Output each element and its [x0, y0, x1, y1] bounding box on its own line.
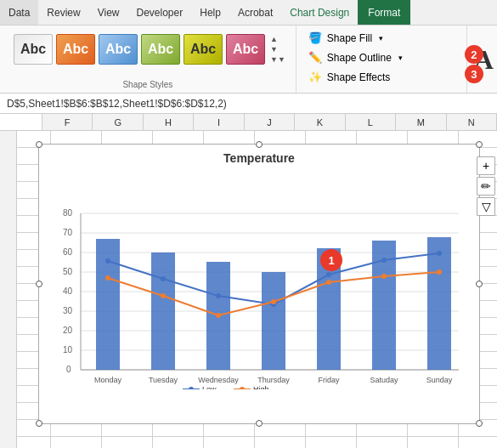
- svg-text:0: 0: [66, 365, 71, 374]
- ribbon-body: Abc Abc Abc Abc Abc Abc ▲ ▼ ▼▼ Shape Sty…: [0, 26, 497, 94]
- chart-title: Temperature: [46, 151, 472, 165]
- paint-bucket-icon: 🪣: [308, 31, 322, 44]
- svg-text:30: 30: [63, 306, 73, 315]
- chart-svg: 0 10 20 30 40 50 60 70 80: [46, 168, 472, 389]
- shape-styles-scroll[interactable]: ▲ ▼ ▼▼: [270, 34, 285, 65]
- chart-container[interactable]: Temperature 0 10 20 30 40 50 60 70 80: [38, 144, 480, 424]
- high-dot-5: [326, 280, 331, 285]
- low-dot-1: [105, 258, 110, 264]
- low-dot-7: [437, 251, 442, 256]
- svg-text:80: 80: [63, 208, 73, 218]
- formula-bar: D$5,Sheet1!$B$6:$B$12,Sheet1!$D$6:$D$12,…: [0, 94, 497, 114]
- shape-commands-section: 🪣 Shape Fill ▾ ✏️ Shape Outline ▾ 2 ✨ Sh…: [297, 26, 466, 93]
- svg-text:Monday: Monday: [94, 376, 122, 384]
- tab-help[interactable]: Help: [191, 0, 229, 25]
- effects-icon: ✨: [308, 71, 322, 83]
- low-dot-5: [326, 272, 331, 277]
- svg-text:High: High: [253, 385, 269, 389]
- resize-handle-tc[interactable]: [256, 141, 263, 148]
- low-dot-3: [216, 293, 221, 298]
- chart-styles-button[interactable]: ✏: [477, 177, 495, 196]
- svg-text:Thursday: Thursday: [257, 376, 290, 384]
- svg-text:Low: Low: [202, 385, 217, 389]
- shape-outline-button[interactable]: ✏️ Shape Outline ▾ 2: [303, 48, 460, 66]
- shape-effects-label: Shape Effects: [327, 71, 391, 83]
- resize-handle-ml[interactable]: [36, 281, 42, 287]
- shape-style-6[interactable]: Abc: [226, 34, 265, 65]
- shape-style-1[interactable]: Abc: [14, 34, 53, 65]
- col-header-F: F: [42, 114, 93, 130]
- tab-acrobat[interactable]: Acrobat: [229, 0, 281, 25]
- svg-text:50: 50: [63, 267, 73, 276]
- tab-review[interactable]: Review: [38, 0, 88, 25]
- shape-styles-row: Abc Abc Abc Abc Abc Abc ▲ ▼ ▼▼: [7, 29, 289, 66]
- row-numbers: [0, 131, 17, 448]
- tab-format[interactable]: Format: [358, 0, 410, 25]
- chart-elements-button[interactable]: +: [477, 156, 495, 175]
- shape-style-3[interactable]: Abc: [99, 34, 138, 65]
- resize-handle-mr[interactable]: [476, 281, 483, 287]
- tab-developer[interactable]: Developer: [128, 0, 192, 25]
- chart-filters-button[interactable]: ▽: [477, 197, 495, 216]
- shape-style-5[interactable]: Abc: [184, 34, 223, 65]
- resize-handle-tr[interactable]: [476, 141, 483, 148]
- col-header-N: N: [447, 114, 497, 130]
- svg-text:Tuesday: Tuesday: [149, 376, 178, 384]
- high-dot-6: [381, 274, 387, 279]
- col-header-I: I: [194, 114, 244, 130]
- shape-styles-label: Shape Styles: [122, 80, 172, 89]
- svg-text:Sunday: Sunday: [426, 376, 453, 384]
- tab-view[interactable]: View: [89, 0, 128, 25]
- formula-text: D$5,Sheet1!$B$6:$B$12,Sheet1!$D$6:$D$12,…: [3, 98, 227, 110]
- tab-data[interactable]: Data: [0, 0, 38, 25]
- low-dot-2: [161, 276, 166, 281]
- resize-handle-br[interactable]: [476, 420, 483, 427]
- low-dot-6: [381, 258, 387, 263]
- high-dot-2: [161, 293, 166, 298]
- svg-text:Friday: Friday: [318, 376, 340, 384]
- resize-handle-tl[interactable]: [36, 141, 42, 148]
- shape-outline-dropdown-icon: ▾: [398, 54, 403, 62]
- bar-thursday: [262, 272, 285, 370]
- col-header-M: M: [396, 114, 446, 130]
- shape-fill-button[interactable]: 🪣 Shape Fill ▾: [303, 29, 460, 47]
- svg-text:Satuday: Satuday: [370, 376, 398, 384]
- shape-fill-dropdown-icon: ▾: [379, 34, 383, 43]
- shape-style-2[interactable]: Abc: [56, 34, 95, 65]
- col-header-J: J: [245, 114, 295, 130]
- col-header-L: L: [346, 114, 396, 130]
- col-header-H: H: [144, 114, 194, 130]
- chart-sidebar: + ✏ ▽: [477, 156, 495, 216]
- svg-text:20: 20: [63, 326, 73, 335]
- bar-sunday: [427, 237, 451, 370]
- svg-text:40: 40: [63, 286, 73, 296]
- shape-style-4[interactable]: Abc: [141, 34, 180, 65]
- spreadsheet-area: Temperature 0 10 20 30 40 50 60 70 80: [0, 131, 497, 448]
- ribbon-tabs: Data Review View Developer Help Acrobat …: [0, 0, 497, 26]
- col-header-empty: [0, 114, 42, 130]
- col-header-K: K: [295, 114, 345, 130]
- shape-outline-label: Shape Outline: [327, 52, 392, 64]
- high-dot-1: [105, 275, 110, 281]
- col-header-G: G: [93, 114, 143, 130]
- resize-handle-bl[interactable]: [36, 420, 42, 427]
- badge-3: 3: [465, 65, 483, 83]
- svg-point-31: [240, 387, 245, 389]
- col-headers: F G H I J K L M N: [0, 114, 497, 131]
- svg-point-28: [189, 387, 194, 389]
- badge-2: 2: [465, 45, 483, 64]
- svg-text:Wednesday: Wednesday: [198, 376, 239, 384]
- pencil-icon: ✏️: [308, 51, 322, 64]
- svg-text:10: 10: [63, 345, 73, 354]
- svg-text:70: 70: [63, 228, 73, 237]
- resize-handle-bc[interactable]: [256, 420, 263, 427]
- high-dot-4: [271, 299, 276, 304]
- shape-fill-label: Shape Fill: [327, 32, 372, 44]
- shape-effects-button[interactable]: ✨ Shape Effects 3: [303, 68, 460, 86]
- bar-tuesday: [151, 252, 175, 370]
- svg-text:60: 60: [63, 247, 73, 257]
- tab-chart-design[interactable]: Chart Design: [281, 0, 358, 25]
- badge-1-text: 1: [328, 254, 334, 267]
- high-dot-3: [216, 313, 221, 318]
- high-dot-7: [437, 269, 442, 275]
